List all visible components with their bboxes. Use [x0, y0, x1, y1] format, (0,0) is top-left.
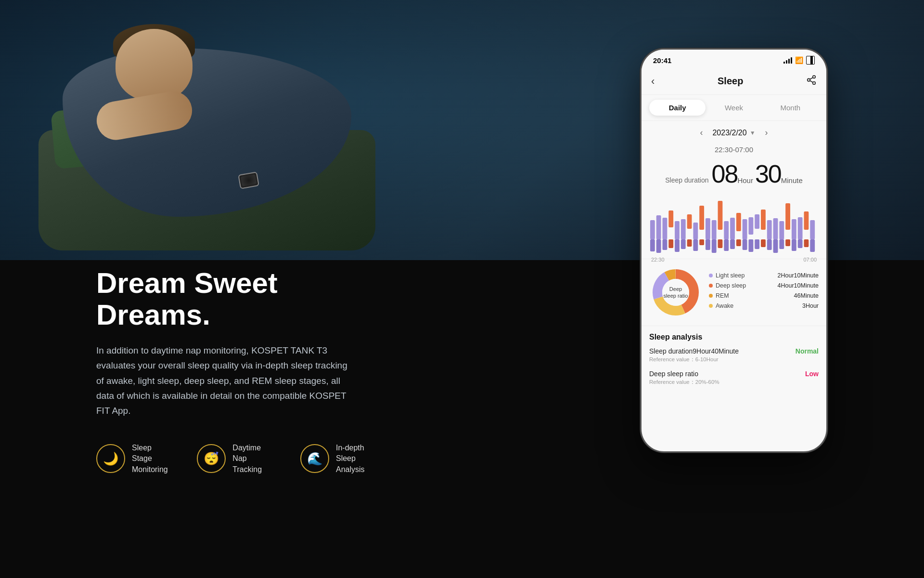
- tab-month[interactable]: Month: [762, 100, 819, 116]
- deep-sleep-dot: [709, 284, 713, 288]
- svg-rect-16: [681, 239, 686, 249]
- sleep-analysis-section: Sleep analysis Sleep duration9Hour40Minu…: [642, 326, 826, 399]
- svg-rect-46: [773, 239, 778, 253]
- svg-rect-12: [668, 239, 673, 248]
- wifi-icon: 📶: [795, 56, 803, 64]
- rem-label: REM: [716, 292, 729, 299]
- next-date-button[interactable]: ›: [765, 128, 768, 138]
- donut-chart: Deep sleep ratio: [649, 266, 702, 319]
- chart-end-time: 07:00: [803, 257, 817, 263]
- chart-start-time: 22:30: [651, 257, 665, 263]
- svg-rect-5: [650, 220, 655, 239]
- svg-rect-40: [755, 239, 759, 249]
- donut-center-label: Deep sleep ratio: [664, 286, 688, 300]
- svg-rect-50: [785, 239, 790, 246]
- svg-rect-45: [773, 218, 778, 239]
- svg-rect-11: [668, 210, 673, 227]
- svg-rect-20: [693, 239, 698, 251]
- sleep-time-range: 22:30-07:00: [642, 144, 826, 158]
- legend-rem: REM 46Minute: [709, 292, 819, 299]
- svg-rect-19: [693, 223, 698, 239]
- svg-point-1: [808, 79, 810, 81]
- awake-label: Awake: [716, 302, 733, 309]
- svg-rect-24: [706, 239, 710, 250]
- svg-rect-15: [681, 219, 686, 239]
- sleep-minute-unit: Minute: [781, 176, 803, 184]
- awake-dot: [709, 304, 713, 308]
- tab-week[interactable]: Week: [706, 100, 762, 116]
- back-button[interactable]: ‹: [651, 75, 654, 88]
- analysis-duration-status: Normal: [796, 347, 819, 355]
- daytime-nap-label: Daytime NapTracking: [232, 443, 276, 475]
- analysis-deep-ref: Reference value：20%-60%: [649, 379, 819, 386]
- analysis-duration-label: Sleep duration9Hour40Minute: [649, 347, 739, 355]
- date-display: 2023/2/20 ▼: [712, 129, 755, 137]
- svg-rect-31: [730, 218, 735, 239]
- chart-time-labels: 22:30 07:00: [649, 256, 819, 263]
- svg-rect-56: [804, 239, 809, 247]
- share-button[interactable]: [806, 75, 817, 88]
- svg-rect-35: [743, 219, 747, 239]
- svg-rect-13: [675, 221, 680, 239]
- sleep-minutes: 30: [755, 159, 781, 188]
- date-value: 2023/2/20: [712, 129, 746, 137]
- sleep-stage-label: Sleep StageMonitoring: [132, 443, 173, 475]
- svg-point-0: [813, 76, 816, 79]
- app-title: Sleep: [718, 76, 743, 87]
- svg-rect-14: [675, 239, 680, 252]
- tagline-text: Dream Sweet Dreams.: [96, 267, 385, 331]
- svg-rect-22: [699, 239, 704, 245]
- light-sleep-label: Light sleep: [716, 272, 744, 279]
- donut-section: Deep sleep ratio Light sleep 2Hour10Minu…: [642, 259, 826, 326]
- description-text: In addition to daytime nap monitoring, K…: [96, 343, 356, 419]
- analysis-deep-status: Low: [805, 370, 819, 378]
- date-dropdown-icon[interactable]: ▼: [750, 130, 756, 136]
- analysis-deep-sleep: Deep sleep ratio Low Reference value：20%…: [649, 370, 819, 386]
- in-depth-label: In-depth SleepAnalysis: [336, 443, 385, 475]
- status-icons: 📶 ▐: [783, 56, 815, 65]
- svg-rect-55: [804, 211, 809, 230]
- svg-rect-18: [687, 239, 692, 247]
- rem-dot: [709, 294, 713, 298]
- svg-rect-44: [767, 239, 772, 250]
- sleep-hour-unit: Hour: [737, 176, 753, 184]
- svg-rect-26: [712, 239, 717, 253]
- donut-line2: sleep ratio: [664, 293, 688, 299]
- svg-rect-38: [748, 239, 753, 252]
- svg-rect-49: [785, 203, 790, 230]
- svg-rect-53: [798, 217, 803, 239]
- svg-rect-57: [810, 220, 815, 239]
- sleeping-man-illustration: [38, 10, 399, 260]
- analysis-title: Sleep analysis: [649, 333, 819, 342]
- date-navigation: ‹ 2023/2/20 ▼ ›: [642, 121, 826, 144]
- in-depth-icon: 🌊: [300, 444, 329, 473]
- awake-value: 3Hour: [802, 302, 819, 309]
- sleep-hours: 08: [712, 159, 738, 188]
- app-header: ‹ Sleep: [642, 71, 826, 95]
- svg-line-3: [810, 80, 813, 82]
- donut-line1: Deep: [669, 286, 682, 292]
- light-sleep-dot: [709, 274, 713, 277]
- tab-daily[interactable]: Daily: [649, 100, 706, 116]
- svg-rect-17: [687, 214, 692, 229]
- svg-rect-42: [761, 239, 766, 247]
- left-content-area: Dream Sweet Dreams. In addition to dayti…: [96, 267, 385, 475]
- svg-rect-47: [779, 221, 784, 239]
- sleep-duration-label: Sleep duration: [665, 176, 708, 184]
- svg-rect-58: [810, 239, 815, 252]
- phone-mockup: 20:41 📶 ▐ ‹ Sleep: [640, 48, 828, 520]
- svg-rect-39: [755, 214, 759, 229]
- legend-deep-sleep: Deep sleep 4Hour10Minute: [709, 282, 819, 289]
- daytime-nap-icon: 😴: [197, 444, 226, 473]
- status-bar: 20:41 📶 ▐: [642, 50, 826, 71]
- svg-rect-36: [743, 239, 747, 250]
- features-list: 🌙 Sleep StageMonitoring 😴 Daytime NapTra…: [96, 443, 385, 475]
- svg-rect-37: [748, 217, 753, 235]
- signal-icon: [783, 57, 792, 64]
- svg-rect-41: [761, 210, 766, 230]
- svg-rect-27: [718, 201, 723, 230]
- light-sleep-value: 2Hour10Minute: [778, 272, 819, 279]
- sleep-duration-display: Sleep duration 08 Hour 30 Minute: [642, 158, 826, 196]
- svg-point-2: [813, 82, 816, 85]
- prev-date-button[interactable]: ‹: [700, 128, 703, 138]
